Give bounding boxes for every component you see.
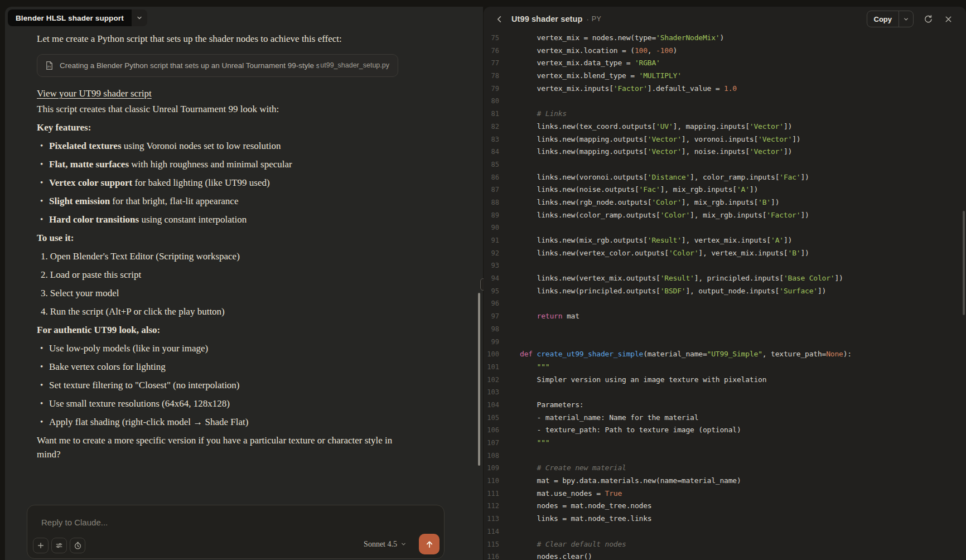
closing-question: Want me to create a more specific versio… [37,433,412,461]
code-line: 94 links.new(vertex_mix.outputs['Result'… [484,272,966,285]
code-line: 104 Parameters: [484,399,966,412]
message-paragraph: Let me create a Python script that sets … [37,32,412,46]
code-line: 113 links = mat.node_tree.links [484,513,966,525]
artifact-language-badge: PY [592,15,602,23]
list-item: Use low-poly models (like in your image) [37,341,412,355]
code-line: 84 links.new(mapping.outputs['Vector'], … [484,146,966,158]
code-line: 115 # Clear default nodes [484,538,966,551]
artifact-link[interactable]: View your UT99 shader script [37,88,152,99]
list-item: Bake vertex colors for lighting [37,360,412,374]
reply-input[interactable]: Reply to Claude... [41,518,108,527]
line-number: 94 [484,272,499,285]
code-line: 108 [484,450,966,462]
copy-options-chevron[interactable] [899,11,913,27]
arrow-up-icon [425,540,434,549]
line-number: 99 [484,336,499,349]
line-number: 93 [484,259,499,272]
code-line: 76 vertex_mix.location = (100, -100) [484,45,966,57]
line-number: 91 [484,234,499,247]
line-number: 115 [484,538,499,551]
code-editor[interactable]: 75 vertex_mix = nodes.new(type='ShaderNo… [484,32,966,560]
line-number: 86 [484,171,499,184]
line-number: 87 [484,184,499,196]
code-scrollbar[interactable] [963,211,965,315]
artifact-card-title: Creating a Blender Python script that se… [60,59,319,73]
code-line: 77 vertex_mix.data_type = 'RGBA' [484,57,966,70]
code-line: 103 [484,386,966,399]
line-number: 113 [484,513,499,525]
tools-sliders-button[interactable] [51,538,67,553]
code-line: 93 [484,259,966,272]
code-line: 102 Simpler version using an image textu… [484,374,966,387]
line-number: 107 [484,437,499,450]
steps-list: 1.Open Blender's Text Editor (Scripting … [37,249,412,318]
list-item: Hard color transitions using constant in… [37,213,412,226]
code-line: 116 nodes.clear() [484,551,966,560]
line-number: 95 [484,285,499,298]
line-number: 109 [484,462,499,475]
line-number: 112 [484,500,499,513]
line-number: 102 [484,374,499,387]
chevron-left-icon [495,15,504,23]
line-number: 97 [484,310,499,323]
code-line: 111 mat.use_nodes = True [484,487,966,500]
composer-toolbar [33,538,85,553]
send-button[interactable] [419,534,439,554]
copy-split-button: Copy [867,11,914,27]
section-heading: For authentic UT99 look, also: [37,323,412,337]
code-line: 105 - material_name: Name for the materi… [484,412,966,424]
refresh-button[interactable] [921,12,935,26]
line-number: 82 [484,120,499,133]
code-line: 96 [484,297,966,310]
code-line: 90 [484,221,966,234]
code-line: 98 [484,323,966,336]
code-line: 91 links.new(mix_rgb.outputs['Result'], … [484,234,966,247]
code-line: 83 links.new(mapping.outputs['Vector'], … [484,133,966,146]
artifact-card[interactable]: PY Creating a Blender Python script that… [37,54,398,77]
line-number: 80 [484,95,499,108]
code-line: 107 """ [484,437,966,450]
list-item: 2.Load or paste this script [37,268,412,282]
line-number: 96 [484,297,499,310]
chevron-down-icon [400,541,407,547]
back-button[interactable] [493,13,506,26]
svg-text:PY: PY [47,65,51,69]
line-number: 92 [484,247,499,260]
artifact-title: Ut99 shader setup [511,15,582,23]
code-line: 112 nodes = mat.node_tree.nodes [484,500,966,513]
message-paragraph: This script creates that classic Unreal … [37,102,412,116]
list-item: Slight emission for that bright, flat-li… [37,194,412,208]
conversation-title-chip[interactable]: Blender HLSL shader support [8,9,147,26]
list-item: Use small texture resolutions (64x64, 12… [37,397,412,411]
line-number: 108 [484,450,499,462]
artifact-card-filename: ut99_shader_setup.py [320,59,398,73]
line-number: 77 [484,57,499,70]
chevron-down-icon [903,16,909,22]
artifact-actions: Copy [867,11,955,27]
artifact-panel: Ut99 shader setup · PY Copy 75 vertex_m [484,7,966,560]
close-button[interactable] [942,13,955,26]
refresh-icon [924,15,933,24]
code-line: 106 - texture_path: Path to texture imag… [484,424,966,437]
code-line: 82 links.new(tex_coord.outputs['UV'], ma… [484,120,966,133]
copy-button[interactable]: Copy [867,11,899,27]
model-selector[interactable]: Sonnet 4.5 [364,540,407,549]
artifact-link-line: View your UT99 shader script [37,86,412,100]
code-line: 87 links.new(noise.outputs['Fac'], mix_r… [484,184,966,196]
code-line: 95 links.new(principled.outputs['BSDF'],… [484,285,966,298]
line-number: 110 [484,475,499,487]
line-number: 76 [484,45,499,57]
attach-button[interactable] [33,538,49,553]
line-number: 75 [484,32,499,45]
code-line: 89 links.new(color_ramp.outputs['Color']… [484,209,966,222]
title-separator: · [586,15,588,23]
history-clock-button[interactable] [70,538,85,553]
chat-panel: Blender HLSL shader support Let me creat… [5,7,483,560]
reply-composer[interactable]: Reply to Claude... Sonnet 4.5 [27,505,445,559]
code-line: 114 [484,525,966,538]
line-number: 83 [484,133,499,146]
chevron-down-icon[interactable] [132,9,147,26]
line-number: 116 [484,551,499,560]
line-number: 105 [484,412,499,424]
chat-scrollbar[interactable] [478,293,480,466]
